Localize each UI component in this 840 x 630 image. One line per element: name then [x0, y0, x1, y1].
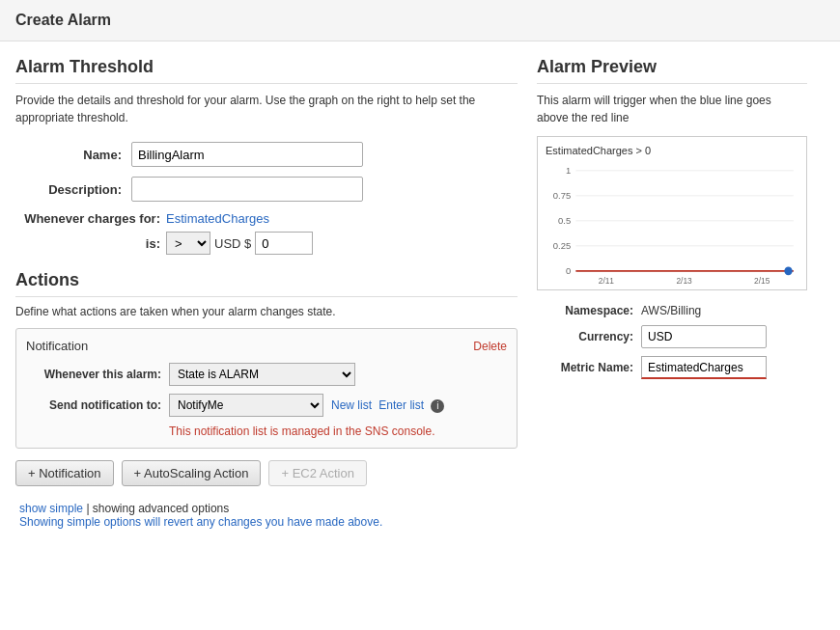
title-bar: Create Alarm — [0, 0, 840, 41]
actions-section: Actions Define what actions are taken wh… — [15, 270, 518, 486]
showing-advanced: showing advanced options — [93, 502, 229, 515]
delete-link[interactable]: Delete — [473, 340, 507, 353]
notification-box: Notification Delete Whenever this alarm:… — [15, 328, 518, 449]
whenever-alarm-row: Whenever this alarm: State is ALARM Stat… — [26, 363, 507, 386]
name-input[interactable] — [131, 142, 363, 167]
notif-links: New list Enter list i — [331, 398, 444, 413]
metric-name-row: Metric Name: — [537, 356, 807, 379]
new-list-link[interactable]: New list — [331, 398, 372, 412]
add-notification-button[interactable]: + Notification — [15, 460, 114, 486]
notification-title: Notification — [26, 339, 88, 353]
footer-note: Showing simple options will revert any c… — [19, 515, 382, 529]
currency-row: Currency: — [537, 325, 807, 348]
page-title: Create Alarm — [15, 12, 111, 28]
svg-text:0.25: 0.25 — [553, 240, 571, 251]
charges-row: Whenever charges for: EstimatedCharges — [15, 211, 518, 226]
alarm-preview-heading: Alarm Preview — [537, 57, 807, 84]
namespace-row: Namespace: AWS/Billing — [537, 304, 807, 317]
svg-text:0.5: 0.5 — [558, 215, 571, 226]
name-label: Name: — [15, 148, 122, 162]
charges-value: EstimatedCharges — [166, 211, 269, 226]
is-row: is: > >= < <= = USD $ — [15, 232, 518, 255]
namespace-value: AWS/Billing — [641, 304, 701, 317]
chart-container: EstimatedCharges > 0 1 0.75 0.5 0.25 0 — [537, 136, 807, 290]
svg-text:00:00: 00:00 — [752, 284, 772, 286]
actions-heading: Actions — [15, 270, 518, 297]
notification-target-select[interactable]: NotifyMe — [169, 394, 323, 417]
add-ec2-action-button[interactable]: + EC2 Action — [268, 460, 367, 486]
send-notification-row: Send notification to: NotifyMe New list … — [26, 394, 507, 417]
is-label: is: — [15, 236, 160, 251]
alarm-chart: 1 0.75 0.5 0.25 0 2/11 00:00 2/13 00:00 — [546, 160, 798, 286]
usd-label: USD $ — [214, 236, 251, 251]
namespace-label: Namespace: — [537, 304, 633, 317]
info-icon[interactable]: i — [431, 399, 444, 413]
metric-name-label: Metric Name: — [537, 361, 633, 374]
svg-text:00:00: 00:00 — [596, 284, 616, 286]
actions-desc: Define what actions are taken when your … — [15, 305, 518, 318]
chart-label: EstimatedCharges > 0 — [546, 145, 798, 156]
svg-text:0: 0 — [566, 265, 571, 276]
operator-select[interactable]: > >= < <= = — [166, 232, 210, 255]
currency-label: Currency: — [537, 330, 633, 343]
svg-text:0.75: 0.75 — [553, 190, 571, 201]
description-input[interactable] — [131, 177, 363, 202]
usd-input[interactable] — [255, 232, 313, 255]
footer-options: show simple | showing advanced options S… — [15, 502, 518, 529]
charges-label: Whenever charges for: — [15, 211, 160, 226]
alarm-state-select[interactable]: State is ALARM State is OK State is INSU… — [169, 363, 355, 386]
metric-name-input[interactable] — [641, 356, 767, 379]
actions-buttons: + Notification + AutoScaling Action + EC… — [15, 460, 518, 486]
alarm-threshold-desc: Provide the details and threshold for yo… — [15, 92, 518, 126]
add-autoscaling-button[interactable]: + AutoScaling Action — [122, 460, 262, 486]
alarm-preview: Alarm Preview This alarm will trigger wh… — [537, 57, 807, 379]
show-simple-link[interactable]: show simple — [19, 502, 83, 515]
send-notification-label: Send notification to: — [26, 398, 161, 412]
description-row: Description: — [15, 177, 518, 202]
whenever-alarm-label: Whenever this alarm: — [26, 368, 161, 381]
preview-desc: This alarm will trigger when the blue li… — [537, 92, 807, 126]
right-panel: Alarm Preview This alarm will trigger wh… — [537, 57, 807, 529]
alarm-threshold-heading: Alarm Threshold — [15, 57, 518, 84]
name-row: Name: — [15, 142, 518, 167]
svg-text:00:00: 00:00 — [674, 284, 694, 286]
left-panel: Alarm Threshold Provide the details and … — [15, 57, 518, 529]
notification-header: Notification Delete — [26, 339, 507, 353]
currency-input[interactable] — [641, 325, 767, 348]
enter-list-link[interactable]: Enter list — [378, 398, 424, 412]
sns-note: This notification list is managed in the… — [169, 425, 507, 438]
svg-text:1: 1 — [566, 165, 571, 176]
svg-point-12 — [784, 267, 792, 276]
description-label: Description: — [15, 182, 122, 197]
alarm-threshold-section: Alarm Threshold Provide the details and … — [15, 57, 518, 255]
